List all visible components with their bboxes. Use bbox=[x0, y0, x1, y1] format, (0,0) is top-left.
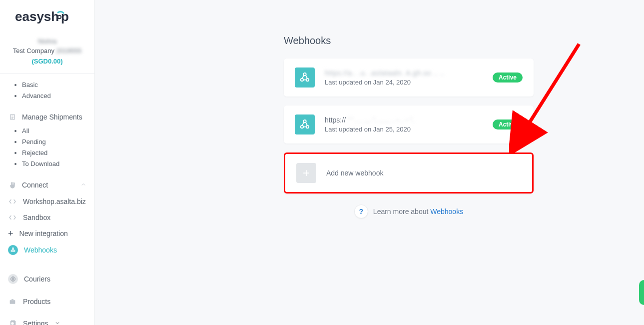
help-icon[interactable]: ? bbox=[354, 204, 368, 218]
webhook-url: https://a.. .u. .aslataaln. A.gh.so .. .… bbox=[325, 69, 487, 77]
status-badge: Active bbox=[493, 120, 523, 130]
nav-create-sublist: Basic Advanced bbox=[0, 80, 94, 102]
learn-more-row: ? Learn more about Webhooks bbox=[284, 204, 534, 218]
svg-point-3 bbox=[58, 16, 60, 18]
nav-item-pending[interactable]: Pending bbox=[22, 136, 94, 148]
nav-item-workshop[interactable]: Workshop.asalta.biz bbox=[0, 194, 94, 210]
nav-item-basic[interactable]: Basic bbox=[22, 80, 94, 90]
main-content: Webhooks https://a.. .u. .aslataaln. A.g… bbox=[95, 0, 644, 325]
add-webhook-label: Add new webhook bbox=[326, 169, 383, 177]
hand-icon bbox=[8, 180, 17, 190]
chevron-down-icon bbox=[54, 320, 60, 325]
code-icon bbox=[8, 197, 17, 206]
chat-widget[interactable] bbox=[639, 280, 644, 305]
webhook-url: https:// ' ' . . ... '. ..... . - . - '. bbox=[325, 116, 487, 124]
account-balance[interactable]: (SGD0.00) bbox=[4, 58, 90, 65]
gear-icon bbox=[8, 319, 17, 325]
nav-item-couriers[interactable]: Couriers bbox=[0, 270, 94, 288]
learn-more-link[interactable]: Webhooks bbox=[430, 208, 463, 216]
nav-item-sandbox[interactable]: Sandbox bbox=[0, 210, 94, 226]
nav-heading-connect[interactable]: Connect bbox=[0, 176, 94, 194]
nav-item-all[interactable]: All bbox=[22, 126, 94, 136]
plus-icon: + bbox=[296, 163, 316, 183]
account-company: Test Company 2019555 bbox=[4, 47, 90, 54]
plus-icon: + bbox=[8, 229, 13, 238]
account-name: Nishra bbox=[38, 38, 57, 45]
webhook-updated: Last updated on Jan 24, 2020 bbox=[325, 78, 411, 86]
webhook-icon bbox=[295, 114, 315, 134]
page-title: Webhooks bbox=[284, 35, 534, 46]
logo[interactable]: easysh p bbox=[0, 9, 94, 32]
sidebar: easysh p Nishra Test Company 2019555 (SG… bbox=[0, 0, 95, 325]
clipboard-icon bbox=[8, 112, 17, 122]
add-new-webhook-button[interactable]: + Add new webhook bbox=[284, 152, 534, 194]
briefcase-icon bbox=[8, 297, 17, 306]
nav-item-products[interactable]: Products bbox=[0, 294, 94, 310]
nav-item-new-integration[interactable]: + New integration bbox=[0, 226, 94, 242]
account-info: Nishra Test Company 2019555 (SGD0.00) bbox=[0, 32, 94, 74]
svg-rect-12 bbox=[10, 300, 15, 304]
globe-icon bbox=[8, 274, 18, 284]
status-badge: Active bbox=[493, 72, 523, 82]
chevron-up-icon bbox=[80, 181, 86, 189]
sidebar-nav: Basic Advanced Manage Shipments All Pend… bbox=[0, 74, 94, 325]
nav-item-webhooks[interactable]: Webhooks bbox=[0, 242, 94, 258]
webhook-updated: Last updated on Jan 25, 2020 bbox=[325, 126, 411, 133]
nav-item-rejected[interactable]: Rejected bbox=[22, 148, 94, 158]
code-icon bbox=[8, 213, 17, 222]
svg-rect-13 bbox=[11, 299, 13, 300]
webhook-icon bbox=[295, 68, 315, 88]
nav-item-to-download[interactable]: To Download bbox=[22, 158, 94, 170]
webhook-card[interactable]: https://a.. .u. .aslataaln. A.gh.so .. .… bbox=[284, 58, 534, 96]
nav-heading-manage-shipments[interactable]: Manage Shipments bbox=[0, 108, 94, 126]
nav-item-advanced[interactable]: Advanced bbox=[22, 90, 94, 102]
webhook-card[interactable]: https:// ' ' . . ... '. ..... . - . - '.… bbox=[284, 106, 534, 144]
svg-text:easysh: easysh bbox=[15, 9, 59, 24]
nav-item-settings[interactable]: Settings bbox=[0, 316, 94, 325]
webhook-icon bbox=[8, 245, 18, 255]
